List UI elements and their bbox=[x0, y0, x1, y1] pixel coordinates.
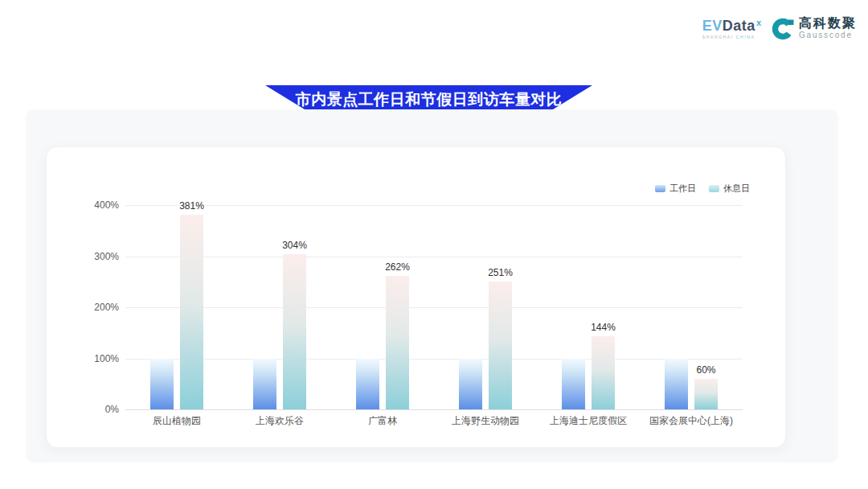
bar-restday bbox=[694, 379, 718, 409]
evdata-subtitle-right: CHINA bbox=[736, 35, 755, 39]
bar-value-label: 60% bbox=[696, 364, 715, 376]
bar-restday bbox=[489, 281, 512, 409]
gausscode-g-icon bbox=[772, 18, 795, 40]
gridline bbox=[125, 257, 743, 257]
bar-restday bbox=[592, 336, 615, 409]
bar-workday bbox=[665, 359, 688, 410]
x-category-label: 辰山植物园 bbox=[153, 414, 201, 428]
bar-workday bbox=[356, 359, 379, 410]
y-tick-label: 400% bbox=[79, 199, 119, 211]
bar-workday bbox=[562, 359, 585, 410]
bar-value-label: 144% bbox=[591, 322, 616, 333]
bar-value-label: 381% bbox=[179, 200, 204, 212]
x-category-label: 上海野生动物园 bbox=[452, 414, 519, 428]
bar-workday bbox=[459, 359, 482, 410]
evdata-logo-data: Data bbox=[723, 18, 755, 33]
y-tick-label: 200% bbox=[79, 302, 119, 313]
chart-card: 工作日休息日 0%100%200%300%400%381%辰山植物园304%上海… bbox=[46, 146, 786, 448]
x-axis-line bbox=[125, 409, 743, 410]
gausscode-logo: 高科数聚 Gausscode bbox=[772, 16, 857, 40]
gridline bbox=[125, 359, 743, 360]
evdata-logo-ev: EV bbox=[702, 18, 723, 33]
chart-title: 市内景点工作日和节假日到访车量对比 bbox=[296, 89, 563, 110]
x-category-label: 广富林 bbox=[368, 414, 397, 428]
y-tick-label: 100% bbox=[79, 353, 119, 364]
gridline bbox=[125, 205, 743, 206]
x-category-label: 上海迪士尼度假区 bbox=[550, 414, 627, 428]
gausscode-logo-cn: 高科数聚 bbox=[799, 16, 857, 31]
evdata-logo: EV Data x SHANGHAI CHINA bbox=[702, 16, 761, 39]
evdata-logo-x-icon: x bbox=[756, 15, 761, 30]
x-category-label: 国家会展中心(上海) bbox=[649, 414, 733, 428]
bar-restday bbox=[283, 254, 306, 409]
x-category-label: 上海欢乐谷 bbox=[256, 414, 304, 428]
bar-value-label: 304% bbox=[282, 240, 307, 251]
gausscode-logo-en: Gausscode bbox=[799, 31, 857, 40]
bar-value-label: 262% bbox=[385, 261, 410, 273]
bar-restday bbox=[386, 276, 409, 409]
y-tick-label: 300% bbox=[79, 251, 119, 262]
bar-workday bbox=[253, 359, 276, 410]
bar-chart: 0%100%200%300%400%381%辰山植物园304%上海欢乐谷262%… bbox=[47, 147, 787, 449]
evdata-subtitle-left: SHANGHAI bbox=[702, 35, 734, 39]
bar-restday bbox=[180, 215, 203, 409]
bar-workday bbox=[150, 359, 174, 410]
evdata-logo-subtitle: SHANGHAI CHINA bbox=[702, 35, 761, 39]
bar-value-label: 251% bbox=[488, 267, 513, 278]
page: EV Data x SHANGHAI CHINA 高科数聚 Gausscode … bbox=[0, 0, 868, 489]
gridline bbox=[125, 307, 743, 308]
y-tick-label: 0% bbox=[79, 404, 119, 415]
logo-bar: EV Data x SHANGHAI CHINA 高科数聚 Gausscode bbox=[702, 16, 857, 40]
